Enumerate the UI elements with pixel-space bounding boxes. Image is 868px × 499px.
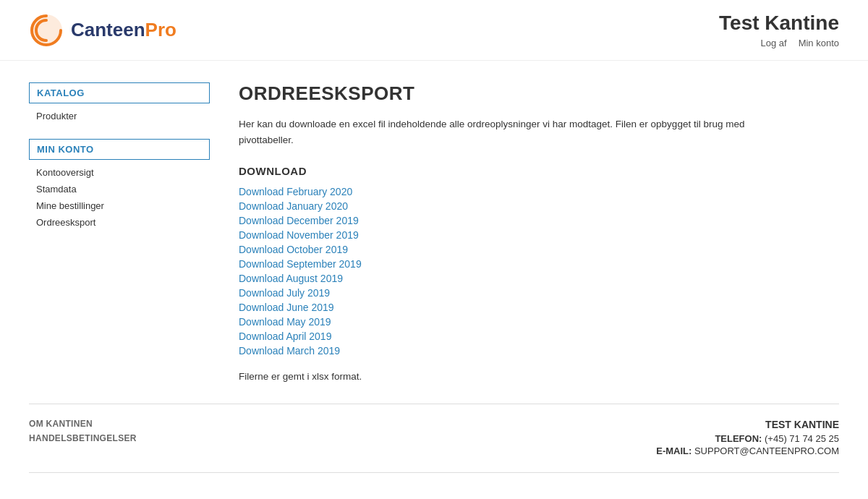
list-item: Download March 2019 (239, 345, 839, 357)
log-af-link[interactable]: Log af (760, 38, 786, 48)
list-item: Download January 2020 (239, 200, 839, 212)
sidebar: KATALOG Produkter MIN KONTO Kontooversig… (29, 82, 231, 382)
list-item: Download August 2019 (239, 273, 839, 284)
list-item: Download October 2019 (239, 244, 839, 255)
list-item: Download February 2020 (239, 186, 839, 197)
header-links: Log af Min konto (719, 38, 839, 48)
main-container: KATALOG Produkter MIN KONTO Kontooversig… (0, 61, 868, 404)
list-item: Download December 2019 (239, 215, 839, 226)
om-kantinen-link[interactable]: OM KANTINEN (29, 419, 137, 429)
list-item: Download June 2019 (239, 302, 839, 313)
header-right: Test Kantine Log af Min konto (719, 12, 839, 48)
email-value: SUPPORT@CANTEENPRO.COM (694, 445, 839, 456)
footer-bottom-divider (29, 472, 839, 473)
download-link-apr-2019[interactable]: Download April 2019 (239, 330, 331, 342)
download-link-feb-2020[interactable]: Download February 2020 (239, 186, 352, 197)
sidebar-item-kontooversigt[interactable]: Kontooversigt (29, 164, 210, 181)
email-label: E-MAIL: (656, 445, 692, 456)
logo-canteen: Canteen (71, 19, 145, 40)
header: CanteenPro Test Kantine Log af Min konto (0, 0, 868, 61)
file-note: Filerne er gemt i xlsx format. (239, 371, 839, 382)
footer-left: OM KANTINEN HANDELSBETINGELSER (29, 419, 137, 458)
logo-text: CanteenPro (71, 19, 176, 41)
sidebar-minkonto-title[interactable]: MIN KONTO (29, 139, 210, 160)
sidebar-item-mine-bestillinger[interactable]: Mine bestillinger (29, 197, 210, 214)
footer-email: E-MAIL: SUPPORT@CANTEENPRO.COM (656, 445, 839, 456)
footer-company-name: TEST KANTINE (656, 419, 839, 430)
sidebar-katalog-title[interactable]: KATALOG (29, 82, 210, 103)
download-link-jun-2019[interactable]: Download June 2019 (239, 302, 334, 313)
page-description: Her kan du downloade en excel fil indeho… (239, 116, 745, 148)
footer-right: TEST KANTINE TELEFON: (+45) 71 74 25 25 … (656, 419, 839, 458)
download-link-jul-2019[interactable]: Download July 2019 (239, 287, 330, 299)
download-section-label: DOWNLOAD (239, 165, 839, 177)
site-name: Test Kantine (719, 12, 839, 35)
content-area: ORDREESKSPORT Her kan du downloade en ex… (231, 82, 839, 382)
list-item: Download September 2019 (239, 258, 839, 270)
footer: OM KANTINEN HANDELSBETINGELSER TEST KANT… (0, 404, 868, 472)
footer-telefon: TELEFON: (+45) 71 74 25 25 (656, 433, 839, 444)
logo-area: CanteenPro (29, 13, 176, 48)
download-link-jan-2020[interactable]: Download January 2020 (239, 200, 348, 212)
logo-icon (29, 13, 64, 48)
page-title: ORDREESKSPORT (239, 82, 839, 105)
handelsbetingelser-link[interactable]: HANDELSBETINGELSER (29, 433, 137, 443)
sidebar-item-stamdata[interactable]: Stamdata (29, 181, 210, 197)
sidebar-item-produkter[interactable]: Produkter (29, 108, 210, 124)
download-link-aug-2019[interactable]: Download August 2019 (239, 273, 343, 284)
telefon-label: TELEFON: (715, 433, 762, 444)
sidebar-item-ordreesksport[interactable]: Ordreesksport (29, 214, 210, 231)
telefon-value: (+45) 71 74 25 25 (765, 433, 839, 444)
list-item: Download July 2019 (239, 287, 839, 299)
min-konto-link[interactable]: Min konto (799, 38, 839, 48)
download-link-nov-2019[interactable]: Download November 2019 (239, 229, 359, 241)
download-link-mar-2019[interactable]: Download March 2019 (239, 345, 340, 357)
download-link-may-2019[interactable]: Download May 2019 (239, 316, 331, 328)
download-link-sep-2019[interactable]: Download September 2019 (239, 258, 362, 270)
download-link-oct-2019[interactable]: Download October 2019 (239, 244, 348, 255)
sidebar-spacer (29, 124, 210, 139)
list-item: Download April 2019 (239, 330, 839, 342)
logo-pro: Pro (145, 19, 176, 40)
list-item: Download May 2019 (239, 316, 839, 328)
download-link-dec-2019[interactable]: Download December 2019 (239, 215, 359, 226)
download-list: Download February 2020 Download January … (239, 186, 839, 357)
list-item: Download November 2019 (239, 229, 839, 241)
